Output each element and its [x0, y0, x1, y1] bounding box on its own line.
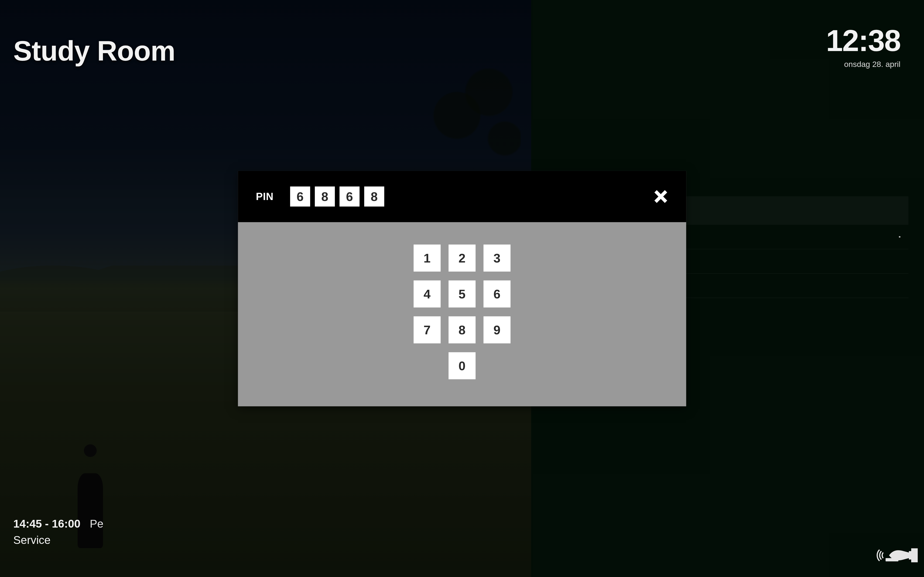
pin-modal: PIN 6 8 6 8 1234567890 [238, 171, 686, 406]
keypad-key-1[interactable]: 1 [413, 245, 440, 272]
keypad-key-0[interactable]: 0 [448, 352, 476, 379]
keypad-row: 789 [413, 316, 511, 343]
clock: 12:38 onsdag 28. april [826, 23, 900, 69]
keypad-row: 456 [413, 280, 511, 308]
next-meeting-time: 14:45 - 16:00 [13, 517, 80, 530]
keypad-key-7[interactable]: 7 [413, 316, 440, 343]
nfc-tap-icon[interactable] [876, 546, 918, 566]
svg-rect-2 [885, 558, 898, 561]
keypad-key-2[interactable]: 2 [448, 245, 476, 272]
agenda-row-indicator-dot [899, 236, 900, 238]
keypad-row: 123 [413, 245, 511, 272]
keypad-row: 0 [448, 352, 476, 379]
clock-time: 12:38 [826, 23, 900, 58]
next-meeting-organizer: Pe [90, 517, 103, 530]
screen: Study Room 14:45 - 16:00 Pe Service 12:3… [0, 0, 924, 577]
keypad-key-9[interactable]: 9 [484, 316, 511, 343]
pin-digit-3: 6 [339, 187, 360, 206]
svg-rect-1 [909, 551, 912, 559]
clock-date: onsdag 28. april [826, 60, 900, 69]
pin-digit-1: 6 [290, 187, 310, 206]
keypad-key-8[interactable]: 8 [448, 316, 476, 343]
pin-digit-2: 8 [315, 187, 335, 206]
keypad: 1234567890 [238, 222, 686, 406]
svg-rect-0 [911, 548, 918, 562]
pin-digits: 6 8 6 8 [290, 187, 384, 206]
keypad-key-4[interactable]: 4 [413, 280, 440, 308]
close-button[interactable] [653, 189, 668, 204]
close-icon [653, 189, 668, 204]
next-meeting-line2: Service [13, 532, 103, 548]
keypad-key-5[interactable]: 5 [448, 280, 476, 308]
room-title: Study Room [13, 35, 175, 67]
keypad-key-6[interactable]: 6 [484, 280, 511, 308]
pin-digit-4: 8 [364, 187, 384, 206]
keypad-key-3[interactable]: 3 [484, 245, 511, 272]
pin-label: PIN [256, 191, 273, 202]
pin-header: PIN 6 8 6 8 [238, 171, 686, 222]
next-meeting: 14:45 - 16:00 Pe Service [13, 516, 103, 548]
next-meeting-line1: 14:45 - 16:00 Pe [13, 516, 103, 532]
